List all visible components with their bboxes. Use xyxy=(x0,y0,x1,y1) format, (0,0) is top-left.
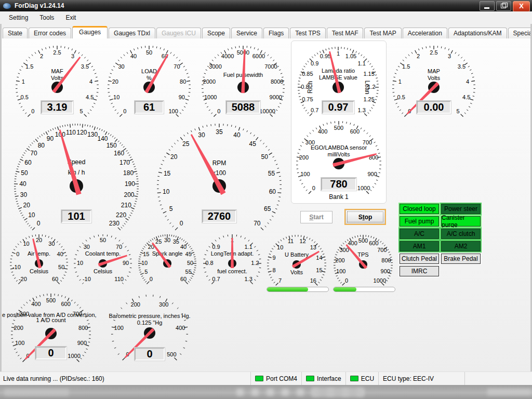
gauge-coolant-temp-needle xyxy=(98,254,128,267)
tab-gauges[interactable]: Gauges xyxy=(72,26,108,38)
svg-text:9: 9 xyxy=(272,255,275,261)
start-button[interactable]: Start xyxy=(300,211,332,223)
svg-text:600: 600 xyxy=(61,301,70,307)
gauge-throttle-ad-label: e position value from A/D conversion, xyxy=(2,312,97,318)
gauge-load: 0102030405060708090100LOAD% xyxy=(104,43,194,132)
tab-service[interactable]: Service xyxy=(231,28,262,38)
svg-text:0.5: 0.5 xyxy=(397,94,405,100)
tab-test-maf[interactable]: Test MAF xyxy=(327,28,364,38)
svg-text:900: 900 xyxy=(77,340,87,346)
svg-text:Volts: Volts xyxy=(290,269,303,275)
svg-text:5: 5 xyxy=(457,108,460,114)
svg-text:20: 20 xyxy=(36,237,42,243)
svg-text:TPS: TPS xyxy=(357,251,368,258)
svg-text:0.8: 0.8 xyxy=(205,260,213,266)
indicator-a-c-clutch: A/C clutch xyxy=(441,229,481,239)
tab-scope[interactable]: Scope xyxy=(202,28,230,38)
svg-text:0: 0 xyxy=(37,220,41,227)
svg-text:100: 100 xyxy=(300,171,310,177)
gauge-fuel-pulsewidth-value: 5088 xyxy=(226,101,260,114)
svg-text:300: 300 xyxy=(305,139,315,145)
fordiag-window: ForDiag v1.24.14 X SettingToolsExit Stat… xyxy=(0,0,532,399)
svg-text:500: 500 xyxy=(167,351,176,357)
tab-acceleration[interactable]: Acceleration xyxy=(403,28,447,38)
svg-text:170: 170 xyxy=(119,159,130,166)
svg-text:0: 0 xyxy=(26,353,29,359)
svg-text:0: 0 xyxy=(180,220,183,227)
svg-text:0.95: 0.95 xyxy=(320,53,331,59)
svg-text:0.125 "Hg: 0.125 "Hg xyxy=(137,320,163,326)
svg-text:80: 80 xyxy=(38,142,45,149)
tab-test-map[interactable]: Test MAP xyxy=(364,28,401,38)
svg-text:50: 50 xyxy=(146,49,152,56)
svg-text:9000: 9000 xyxy=(270,94,282,100)
gauge-load-needle xyxy=(145,54,170,93)
gauge-rpm-value: 2760 xyxy=(202,210,236,223)
svg-text:190: 190 xyxy=(125,180,135,188)
svg-text:0: 0 xyxy=(345,277,348,284)
svg-text:Volts: Volts xyxy=(51,75,63,81)
gauge-spark-angle: 051015202530354045505560Spark angle xyxy=(135,231,200,296)
svg-text:0.7: 0.7 xyxy=(212,276,220,282)
svg-text:10: 10 xyxy=(163,188,170,195)
restore-button[interactable] xyxy=(496,1,511,11)
status-panel-ecu: ECU xyxy=(345,372,378,385)
svg-text:11: 11 xyxy=(288,238,294,244)
close-button[interactable]: X xyxy=(513,1,530,12)
svg-text:7000: 7000 xyxy=(264,63,277,70)
svg-text:0.85: 0.85 xyxy=(302,71,313,77)
svg-text:300: 300 xyxy=(159,301,168,308)
taskbar-blob xyxy=(267,389,274,396)
menu-item-exit[interactable]: Exit xyxy=(60,12,82,23)
svg-text:15: 15 xyxy=(164,170,171,177)
indicator-power-steer: Power steer xyxy=(441,204,481,214)
svg-text:90: 90 xyxy=(47,135,54,142)
svg-text:14: 14 xyxy=(316,255,322,261)
tab-flags[interactable]: Flags xyxy=(263,28,289,38)
svg-text:0: 0 xyxy=(31,108,34,114)
svg-text:400: 400 xyxy=(176,325,185,331)
tab-gauges-icu[interactable]: Gauges ICU xyxy=(156,28,201,38)
svg-text:12: 12 xyxy=(300,238,306,244)
svg-text:8: 8 xyxy=(272,267,275,273)
svg-text:55: 55 xyxy=(185,269,192,275)
svg-text:80: 80 xyxy=(180,78,186,85)
svg-text:900: 900 xyxy=(381,268,390,274)
svg-text:25: 25 xyxy=(182,140,190,148)
svg-text:1.25: 1.25 xyxy=(363,96,374,102)
menu-item-setting[interactable]: Setting xyxy=(3,12,34,23)
svg-text:1.15: 1.15 xyxy=(363,71,374,77)
svg-text:2: 2 xyxy=(40,53,43,59)
svg-text:1.5: 1.5 xyxy=(402,63,410,70)
gauge-spark-angle-needle xyxy=(151,242,171,268)
tab-error-codes[interactable]: Error codes xyxy=(29,28,71,38)
svg-text:5: 5 xyxy=(169,205,173,212)
taskbar-blob xyxy=(282,389,289,396)
tab-state[interactable]: State xyxy=(3,28,28,38)
svg-text:-20: -20 xyxy=(19,276,27,282)
svg-text:1: 1 xyxy=(398,78,402,85)
svg-text:35: 35 xyxy=(216,128,223,136)
menu-item-tools[interactable]: Tools xyxy=(34,12,60,23)
svg-text:Coolant temp.: Coolant temp. xyxy=(85,250,121,257)
svg-text:MAF: MAF xyxy=(51,68,63,74)
svg-text:160: 160 xyxy=(114,150,124,157)
tab-gauges-tdxl[interactable]: Gauges TDxl xyxy=(109,28,155,38)
svg-text:5: 5 xyxy=(80,108,83,114)
minimize-button[interactable] xyxy=(480,1,495,11)
svg-text:900: 900 xyxy=(367,171,377,177)
svg-text:500: 500 xyxy=(358,237,368,244)
gauge-load-value: 61 xyxy=(135,101,164,114)
svg-text:3: 3 xyxy=(71,53,74,59)
svg-text:Celsius: Celsius xyxy=(30,268,49,274)
svg-text:20: 20 xyxy=(148,244,154,250)
tab-special[interactable]: Special xyxy=(508,28,532,38)
svg-text:1.1: 1.1 xyxy=(244,244,252,250)
svg-text:300: 300 xyxy=(339,247,349,253)
stop-button[interactable]: Stop xyxy=(345,210,385,224)
tab-adaptations-kam[interactable]: Adaptations/KAM xyxy=(448,28,507,38)
gauge-longterm-adapt: 0.70.80.911.11.21.3LongTerm adapt.fuel c… xyxy=(200,231,264,296)
svg-text:90: 90 xyxy=(123,260,129,266)
svg-text:50: 50 xyxy=(187,260,193,266)
tab-test-tps[interactable]: Test TPS xyxy=(290,28,325,38)
